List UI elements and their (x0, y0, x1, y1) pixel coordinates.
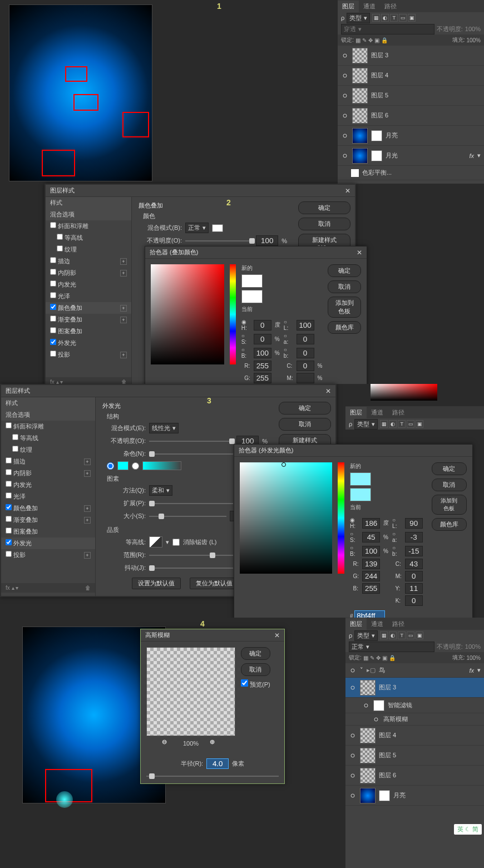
glow-color-swatch[interactable] (117, 461, 129, 470)
jitter-slider[interactable] (149, 568, 233, 569)
chevron-down-icon[interactable]: ˅ (360, 667, 363, 674)
visibility-icon[interactable] (341, 113, 349, 119)
filter-entry-row[interactable]: 高斯模糊 (345, 713, 484, 726)
visibility-icon[interactable] (349, 753, 357, 758)
preview-checkbox[interactable] (241, 679, 248, 687)
range-slider[interactable] (149, 555, 233, 556)
color-field[interactable] (151, 264, 224, 364)
a-input[interactable] (297, 334, 314, 344)
color-radio[interactable] (107, 462, 114, 470)
filter-dropdown[interactable]: 类型▾ (354, 419, 378, 430)
visibility-icon[interactable] (341, 73, 349, 78)
layer-row[interactable]: 图层 5 (338, 86, 484, 106)
opacity-value[interactable]: 100% (465, 26, 481, 32)
spread-slider[interactable] (149, 503, 233, 504)
contour-picker[interactable] (149, 536, 162, 548)
layer-row-selected[interactable]: 图层 3 (345, 678, 484, 698)
style-outerglow[interactable]: 外发光 (46, 337, 131, 349)
tab-layers[interactable]: 图层 (338, 1, 359, 12)
k-input[interactable] (405, 595, 423, 606)
bl-input[interactable] (405, 546, 423, 556)
cancel-button[interactable]: 取消 (328, 280, 361, 293)
style-stroke[interactable]: 描边+ (46, 255, 131, 267)
tab-paths[interactable]: 路径 (380, 1, 401, 12)
fx-badge[interactable]: fx (469, 152, 474, 159)
add-swatch-button[interactable]: 添加到色板 (432, 495, 467, 515)
style-dropshadow[interactable]: 投影+ (46, 349, 131, 361)
s-input[interactable] (362, 532, 380, 542)
pixel-layer-icon[interactable]: ▦ (372, 14, 380, 22)
close-icon[interactable]: ✕ (325, 387, 331, 395)
size-slider[interactable] (149, 516, 226, 517)
ok-button[interactable]: 确定 (432, 462, 467, 475)
style-satin[interactable]: 光泽 (46, 290, 131, 302)
dialog-titlebar[interactable]: 图层样式 ✕ (46, 185, 355, 197)
blend-dropdown[interactable]: 正常▾ (185, 223, 209, 233)
layer-row[interactable]: 图层 3 (338, 46, 484, 66)
fx-badge[interactable]: fx (469, 667, 474, 674)
style-color-overlay[interactable]: 颜色叠加+ (46, 302, 131, 314)
glow-gradient[interactable] (142, 461, 181, 470)
l-input[interactable] (405, 518, 423, 529)
ok-button[interactable]: 确定 (298, 201, 350, 214)
dialog-titlebar[interactable]: 图层样式✕ (1, 385, 335, 397)
overlay-color-swatch[interactable] (212, 224, 223, 232)
style-contour[interactable]: 等高线 (46, 232, 131, 244)
c-input[interactable] (405, 559, 423, 569)
style-innershadow[interactable]: 内阴影+ (46, 267, 131, 279)
visibility-icon[interactable] (372, 717, 380, 722)
r-input[interactable] (254, 361, 271, 371)
method-dropdown[interactable]: 柔和▾ (149, 485, 172, 496)
layer-row[interactable]: 图层 6 (345, 766, 484, 786)
s-input[interactable] (254, 334, 271, 344)
style-dropshadow[interactable]: 投影+ (1, 549, 95, 561)
color-lib-button[interactable]: 颜色库 (328, 321, 361, 334)
antialias-checkbox[interactable] (172, 539, 180, 546)
lock-pixels-icon[interactable]: ✎ (362, 37, 367, 43)
c-input[interactable] (297, 361, 314, 371)
g-input[interactable] (254, 373, 271, 383)
layer-row[interactable]: 色彩平衡... (338, 166, 484, 180)
hue-slider[interactable] (230, 264, 235, 364)
set-default-button[interactable]: 设置为默认值 (132, 578, 181, 589)
ok-button[interactable]: 确定 (241, 647, 270, 660)
l-input[interactable] (297, 320, 314, 331)
visibility-icon[interactable] (349, 668, 357, 673)
style-pattern-overlay[interactable]: 图案叠加 (46, 326, 131, 337)
fill-value[interactable]: 100% (466, 37, 481, 43)
b-input[interactable] (254, 348, 271, 358)
hue-slider[interactable] (338, 462, 344, 574)
color-lib-button[interactable]: 颜色库 (432, 518, 467, 531)
add-icon[interactable]: + (120, 270, 127, 277)
lock-all-icon[interactable]: 🔒 (381, 37, 388, 43)
trash-icon[interactable]: 🗑 (85, 585, 91, 591)
filter-dropdown[interactable]: 类型▾ (354, 630, 378, 641)
radius-input[interactable] (206, 758, 229, 769)
glow-blend-dropdown[interactable]: 线性光▾ (149, 423, 179, 433)
a-input[interactable] (405, 532, 423, 542)
smart-layer-icon[interactable]: ▣ (408, 14, 416, 22)
add-icon[interactable]: + (120, 352, 127, 358)
opacity-slider[interactable] (185, 240, 253, 241)
style-color-overlay[interactable]: 颜色叠加+ (1, 502, 95, 514)
opacity-input[interactable] (256, 235, 278, 246)
m-input[interactable] (297, 373, 314, 383)
style-satin[interactable]: 光泽 (1, 491, 95, 502)
bl-input[interactable] (297, 348, 314, 358)
layer-row[interactable]: 图层 4 (338, 66, 484, 86)
cancel-button[interactable]: 取消 (432, 479, 467, 491)
smart-filter-row[interactable]: 智能滤镜 (345, 698, 484, 713)
add-icon[interactable]: + (120, 305, 127, 312)
lock-position-icon[interactable]: ✥ (368, 37, 373, 43)
tab-layers[interactable]: 图层 (345, 618, 367, 630)
add-icon[interactable]: + (120, 258, 127, 265)
glow-opacity-slider[interactable] (149, 441, 233, 442)
style-gradient-overlay[interactable]: 渐变叠加+ (46, 314, 131, 326)
fx-menu-icon[interactable]: fx ▴ ▾ (6, 585, 18, 591)
visibility-icon[interactable] (362, 703, 370, 708)
visibility-icon[interactable] (341, 53, 349, 58)
layer-row[interactable]: 月亮 (338, 126, 484, 146)
visibility-icon[interactable] (341, 153, 349, 159)
cancel-button[interactable]: 取消 (279, 418, 331, 431)
shape-layer-icon[interactable]: ▭ (399, 14, 407, 22)
